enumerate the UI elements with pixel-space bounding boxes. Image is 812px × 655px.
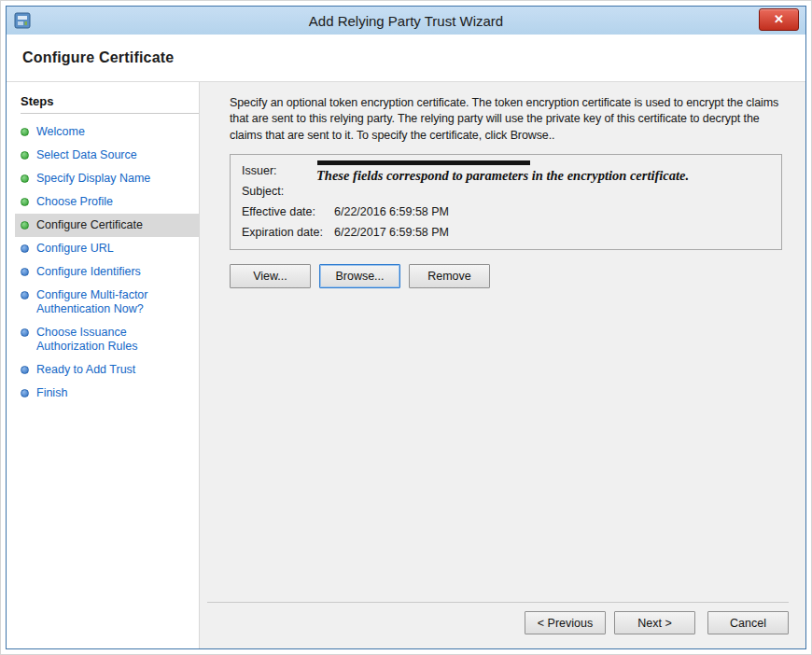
expiration-date-label: Expiration date: xyxy=(242,225,334,240)
close-button[interactable]: ✕ xyxy=(759,8,799,31)
next-button[interactable]: Next > xyxy=(614,611,695,634)
steps-list: Welcome Select Data Source Specify Displ… xyxy=(7,120,199,405)
step-label: Finish xyxy=(36,386,67,399)
step-label: Configure URL xyxy=(36,242,114,255)
step-label: Configure Multi-factor Authentication No… xyxy=(36,288,148,315)
step-configure-certificate[interactable]: Configure Certificate xyxy=(15,214,199,237)
step-ready-to-add-trust[interactable]: Ready to Add Trust xyxy=(15,358,199,382)
screenshot-frame: Add Relying Party Trust Wizard ✕ Configu… xyxy=(0,0,812,655)
remove-button[interactable]: Remove xyxy=(409,264,490,288)
step-description: Specify an optional token encryption cer… xyxy=(230,95,782,144)
effective-date-value: 6/22/2016 6:59:58 PM xyxy=(334,204,770,219)
step-choose-issuance-rules[interactable]: Choose Issuance Authorization Rules xyxy=(15,321,199,358)
titlebar: Add Relying Party Trust Wizard ✕ xyxy=(7,7,805,35)
step-status-icon xyxy=(21,128,29,136)
view-button[interactable]: View... xyxy=(230,264,311,288)
wizard-window: Add Relying Party Trust Wizard ✕ Configu… xyxy=(6,6,806,649)
certificate-actions: View... Browse... Remove xyxy=(230,264,782,288)
steps-divider xyxy=(21,113,199,114)
certificate-field-row: Effective date: 6/22/2016 6:59:58 PM xyxy=(242,204,770,219)
step-label: Configure Certificate xyxy=(36,218,143,231)
main-panel: Specify an optional token encryption cer… xyxy=(200,82,805,648)
step-status-icon xyxy=(21,268,29,276)
step-choose-profile[interactable]: Choose Profile xyxy=(15,190,199,214)
wizard-footer: < Previous Next > Cancel xyxy=(207,602,789,648)
step-label: Ready to Add Trust xyxy=(36,363,135,376)
expiration-date-value: 6/22/2017 6:59:58 PM xyxy=(334,225,770,240)
step-label: Specify Display Name xyxy=(36,172,150,185)
browse-button[interactable]: Browse... xyxy=(319,264,400,288)
subject-value xyxy=(334,184,770,199)
steps-heading: Steps xyxy=(21,94,199,108)
page-header: Configure Certificate xyxy=(7,35,805,82)
step-label: Select Data Source xyxy=(36,148,137,161)
step-status-icon xyxy=(21,389,29,397)
certificate-field-row: Subject: xyxy=(242,184,770,199)
steps-sidebar: Steps Welcome Select Data Source Specify… xyxy=(7,82,200,648)
step-status-icon xyxy=(21,291,29,300)
step-select-data-source[interactable]: Select Data Source xyxy=(15,144,199,167)
step-specify-display-name[interactable]: Specify Display Name xyxy=(15,167,199,190)
step-label: Welcome xyxy=(36,125,85,138)
previous-button[interactable]: < Previous xyxy=(525,611,606,634)
certificate-annotation: These fields correspond to parameters in… xyxy=(316,168,689,184)
step-status-icon xyxy=(21,174,29,183)
wizard-body: Steps Welcome Select Data Source Specify… xyxy=(7,82,805,648)
close-icon: ✕ xyxy=(774,12,784,26)
step-configure-identifiers[interactable]: Configure Identifiers xyxy=(15,260,199,284)
step-finish[interactable]: Finish xyxy=(15,382,199,405)
step-welcome[interactable]: Welcome xyxy=(15,120,199,144)
window-title: Add Relying Party Trust Wizard xyxy=(63,13,749,29)
step-configure-url[interactable]: Configure URL xyxy=(15,237,199,260)
step-status-icon xyxy=(21,221,29,230)
step-label: Choose Profile xyxy=(36,195,113,208)
effective-date-label: Effective date: xyxy=(242,204,334,219)
certificate-details-box: These fields correspond to parameters in… xyxy=(230,154,782,250)
step-status-icon xyxy=(21,244,29,253)
cancel-button[interactable]: Cancel xyxy=(707,611,789,634)
certificate-field-row: Expiration date: 6/22/2017 6:59:58 PM xyxy=(242,225,770,240)
page-title: Configure Certificate xyxy=(22,49,174,66)
step-status-icon xyxy=(21,198,29,206)
subject-label: Subject: xyxy=(242,184,334,199)
step-status-icon xyxy=(21,366,29,374)
step-content: Specify an optional token encryption cer… xyxy=(200,82,805,602)
step-label: Choose Issuance Authorization Rules xyxy=(36,326,137,353)
wizard-icon[interactable] xyxy=(14,12,31,29)
step-configure-mfa[interactable]: Configure Multi-factor Authentication No… xyxy=(15,284,199,321)
step-label: Configure Identifiers xyxy=(36,265,141,278)
obscured-text-artifact xyxy=(317,160,530,165)
step-status-icon xyxy=(21,328,29,337)
step-status-icon xyxy=(21,151,29,160)
